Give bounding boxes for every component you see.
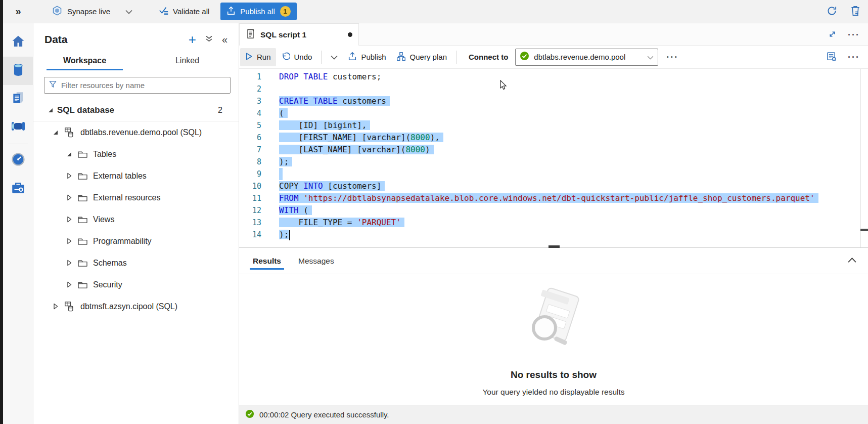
editor-hscrollbar-thumb[interactable]: [860, 229, 868, 231]
run-options-button[interactable]: [326, 49, 343, 65]
results-tabs: Results Messages: [239, 248, 868, 274]
tab-workspace[interactable]: Workspace: [33, 52, 136, 70]
tree-item[interactable]: Programmability: [33, 230, 239, 252]
folder-icon: [77, 215, 88, 224]
tree-item[interactable]: dbtmsft.azsyn.cipool (SQL): [33, 295, 239, 317]
collapsed-expander-icon[interactable]: [66, 281, 73, 288]
publish-all-button[interactable]: Publish all 1: [220, 3, 296, 20]
connected-check-icon: [520, 51, 529, 63]
view-settings-button[interactable]: [826, 51, 837, 63]
code-line[interactable]: 2: [239, 83, 868, 95]
tree-item-label: Views: [93, 215, 114, 224]
tree-item[interactable]: External resources: [33, 187, 239, 208]
validate-all-button[interactable]: Validate all: [158, 6, 209, 18]
line-number: 9: [239, 168, 261, 180]
collapse-panel-icon[interactable]: «: [222, 35, 227, 44]
tab-more-button[interactable]: ···: [848, 32, 860, 37]
more-icon: ···: [848, 55, 860, 60]
collapse-all-icon[interactable]: [205, 35, 213, 45]
line-number: 5: [239, 119, 261, 132]
mode-selector[interactable]: Synapse live: [52, 5, 137, 18]
chevron-down-icon[interactable]: [125, 7, 137, 16]
tree-item[interactable]: Schemas: [33, 252, 239, 274]
code-line[interactable]: 14);: [239, 229, 868, 241]
collapsed-expander-icon[interactable]: [66, 173, 73, 179]
folder-icon: [77, 193, 88, 202]
code-line[interactable]: 12WITH (: [239, 204, 868, 217]
expanded-expander-icon[interactable]: [52, 130, 59, 136]
collapsed-expander-icon[interactable]: [66, 238, 73, 244]
validate-check-icon: [158, 6, 173, 18]
nav-integrate[interactable]: [3, 113, 33, 142]
tree-item[interactable]: External tables: [33, 165, 239, 187]
code-line[interactable]: 9: [239, 168, 868, 180]
tree-item[interactable]: Security: [33, 274, 239, 295]
code-line[interactable]: 10COPY INTO [customers]: [239, 180, 868, 192]
tree-item-label: External tables: [93, 172, 147, 181]
filter-input[interactable]: [61, 81, 226, 90]
expand-editor-button[interactable]: [828, 30, 837, 40]
query-plan-button[interactable]: Query plan: [391, 48, 452, 67]
discard-all-button[interactable]: [850, 5, 861, 18]
line-number: 3: [239, 95, 261, 107]
refresh-button[interactable]: [826, 5, 838, 18]
line-number: 11: [239, 192, 261, 204]
tree-item[interactable]: Tables: [33, 143, 239, 165]
pool-dropdown[interactable]: dbtlabs.revenue.demo.pool: [515, 49, 658, 66]
tree-item-label: SQL database: [57, 105, 114, 115]
validate-all-label: Validate all: [173, 7, 209, 16]
code-line[interactable]: 13 FILE_TYPE = 'PARQUET': [239, 217, 868, 229]
collapse-results-button[interactable]: [847, 257, 857, 265]
tree-item[interactable]: Views: [33, 208, 239, 230]
tree-item[interactable]: SQL database2: [33, 100, 239, 121]
tab-results[interactable]: Results: [248, 249, 286, 273]
tab-linked[interactable]: Linked: [136, 52, 239, 70]
code-line[interactable]: 4(: [239, 107, 868, 119]
code-line[interactable]: 1DROP TABLE customers;: [239, 71, 868, 83]
collapsed-expander-icon[interactable]: [66, 194, 73, 201]
nav-develop[interactable]: [3, 85, 33, 113]
code-line[interactable]: 8);: [239, 156, 868, 168]
expanded-expander-icon[interactable]: [47, 107, 54, 113]
collapsed-expander-icon[interactable]: [52, 303, 59, 310]
chevron-down-icon: [647, 53, 654, 62]
code-line[interactable]: 5 [ID] [bigint],: [239, 119, 868, 132]
add-resource-icon[interactable]: +: [189, 34, 196, 45]
mode-label: Synapse live: [67, 7, 110, 16]
folder-icon: [77, 280, 88, 289]
code-line[interactable]: 3CREATE TABLE customers: [239, 95, 868, 107]
nav-monitor[interactable]: [3, 146, 33, 175]
folder-icon: [77, 237, 88, 245]
expanded-expander-icon[interactable]: [66, 151, 73, 157]
publish-button[interactable]: Publish: [343, 48, 391, 66]
undo-icon: [281, 52, 290, 62]
tree-item-label: Security: [93, 280, 122, 289]
tree-item[interactable]: dbtlabs.revenue.demo.pool (SQL): [33, 121, 239, 143]
nav-home[interactable]: [3, 28, 33, 57]
sql-editor[interactable]: 1DROP TABLE customers;23CREATE TABLE cus…: [239, 69, 868, 247]
tree-item-label: External resources: [93, 193, 160, 202]
sql-pool-icon: [64, 126, 75, 138]
code-line[interactable]: 6 [FIRST_NAME] [varchar](8000),: [239, 132, 868, 144]
gauge-icon: [11, 152, 25, 168]
collapsed-expander-icon[interactable]: [66, 216, 73, 223]
undo-button[interactable]: Undo: [276, 48, 317, 66]
tab-messages[interactable]: Messages: [293, 249, 339, 273]
line-number: 10: [239, 180, 261, 192]
run-button[interactable]: Run: [240, 48, 276, 66]
code-line[interactable]: 7 [LAST_NAME] [varchar](8000): [239, 144, 868, 156]
no-results-illustration: [513, 284, 594, 357]
folder-icon: [77, 172, 88, 180]
tab-sql-script-1[interactable]: SQL script 1: [239, 23, 359, 46]
nav-data[interactable]: [3, 57, 33, 85]
editor-more-button[interactable]: ···: [848, 55, 860, 60]
expand-sidebar-icon[interactable]: »: [3, 6, 33, 17]
main-area: SQL script 1 ··· Run: [239, 23, 868, 424]
nav-manage[interactable]: [3, 175, 33, 203]
publish-upload-icon: [226, 6, 240, 17]
toolbar-more-button[interactable]: ···: [661, 51, 683, 64]
list-settings-icon: [826, 51, 837, 63]
editor-scrollbar[interactable]: [860, 69, 861, 247]
code-line[interactable]: 11FROM 'https://dbtlabsynapsedatalake.bl…: [239, 192, 868, 204]
collapsed-expander-icon[interactable]: [66, 260, 73, 266]
